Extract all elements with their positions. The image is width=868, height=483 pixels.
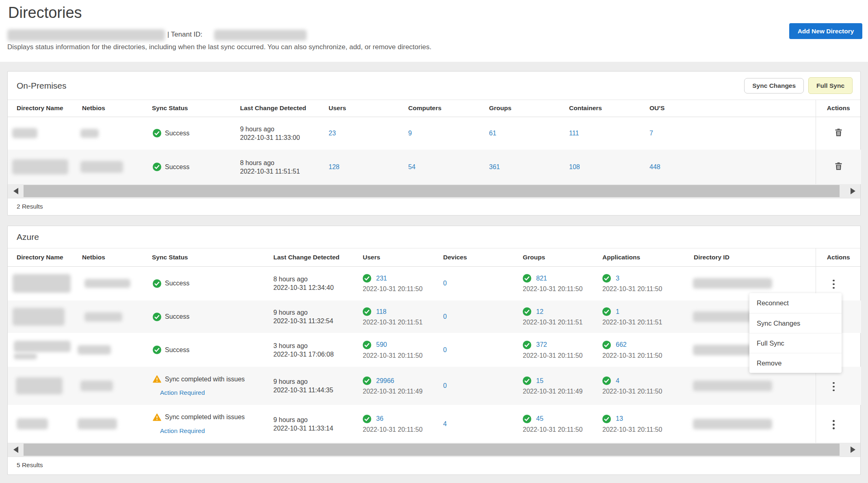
users-count-link[interactable]: 29966 [376,377,394,385]
devices-count-link[interactable]: 0 [443,346,447,353]
devices-count-link[interactable]: 0 [443,280,447,287]
last-change-detected: 9 hours ago2022-10-31 11:44:35 [273,377,363,394]
menu-item-full-sync[interactable]: Full Sync [749,333,842,353]
scrollbar-thumb[interactable] [24,185,840,197]
redacted-netbios [78,418,117,429]
applications-count-link[interactable]: 662 [616,341,627,348]
applications-count-link[interactable]: 13 [616,415,623,422]
row-actions-menu-button[interactable] [830,380,837,394]
success-icon [363,415,371,423]
sync-status: Sync completed with issues [152,413,273,421]
redacted-account-name [7,29,165,41]
groups-count-link[interactable]: 61 [489,130,496,137]
results-count: 5 Results [8,457,860,473]
computers-count-link[interactable]: 9 [408,130,412,137]
scrollbar-thumb[interactable] [24,444,840,456]
full-sync-button[interactable]: Full Sync [808,77,853,94]
groups-count-link[interactable]: 12 [536,308,543,315]
col-last-change: Last Change Detected [240,100,329,117]
redacted-tenant-id [214,30,307,41]
containers-count-link[interactable]: 108 [569,163,580,170]
redacted-directory-name [13,274,71,293]
table-row: Sync completed with issuesAction Require… [8,405,861,443]
redacted-directory-name [14,341,71,352]
horizontal-scrollbar[interactable] [8,184,860,198]
col-actions: Actions [816,248,861,266]
ous-count-link[interactable]: 7 [649,130,653,137]
scroll-left-icon[interactable] [13,446,18,453]
menu-item-reconnect[interactable]: Reconnect [749,293,842,313]
containers-count-link[interactable]: 111 [569,130,579,137]
azure-card: Azure Directory Name Netbios Sync Status… [7,226,861,475]
col-groups: Groups [489,100,569,117]
col-groups: Groups [523,248,602,266]
groups-count-link[interactable]: 45 [536,415,543,422]
col-netbios: Netbios [82,100,152,117]
users-count-link[interactable]: 23 [329,130,336,137]
success-icon [363,376,371,385]
success-icon [153,279,161,288]
sync-status: Success [152,346,273,354]
col-netbios: Netbios [82,248,152,266]
groups-count-link[interactable]: 361 [489,163,500,170]
col-devices: Devices [443,248,523,266]
users-count-link[interactable]: 36 [376,415,383,422]
success-icon [363,341,371,349]
redacted-directory-id [693,381,772,391]
redacted-directory-name [13,308,65,326]
on-premises-card: On-Premises Sync Changes Full Sync Direc… [7,71,861,215]
action-required-link[interactable]: Action Required [160,427,273,435]
col-sync-status: Sync Status [152,100,240,117]
users-count-link[interactable]: 118 [376,308,387,315]
last-change-detected: 9 hours ago2022-10-31 11:33:00 [240,125,329,142]
page-description: Displays status information for the dire… [7,43,431,51]
results-count: 2 Results [8,198,860,214]
devices-count-link[interactable]: 0 [443,313,447,320]
users-count-link[interactable]: 231 [376,275,387,282]
groups-count: 372 [523,341,602,349]
delete-directory-button[interactable] [833,161,844,173]
users-count: 590 [363,341,443,349]
computers-count-link[interactable]: 54 [408,163,416,170]
redacted-directory-name [16,377,63,394]
add-new-directory-button[interactable]: Add New Directory [789,23,862,39]
horizontal-scrollbar[interactable] [8,443,860,457]
table-row: Sync completed with issuesAction Require… [8,367,861,405]
col-directory-name: Directory Name [8,248,82,266]
redacted-directory-id [693,419,772,429]
devices-count-link[interactable]: 4 [443,420,447,427]
delete-directory-button[interactable] [833,127,844,139]
sync-status: Success [152,313,273,321]
action-required-link[interactable]: Action Required [160,389,273,396]
row-actions-menu-button[interactable] [830,418,837,432]
sync-changes-button[interactable]: Sync Changes [744,78,804,94]
groups-count-link[interactable]: 372 [536,341,547,348]
success-icon [363,307,371,316]
users-count-link[interactable]: 128 [329,163,340,170]
menu-item-remove[interactable]: Remove [749,353,842,373]
scroll-left-icon[interactable] [13,188,18,194]
redacted-directory-name [17,418,48,429]
devices-count-link[interactable]: 0 [443,382,447,389]
scroll-right-icon[interactable] [851,188,855,194]
users-count-link[interactable]: 590 [376,341,387,348]
table-row: Success 9 hours ago2022-10-31 11:32:54 1… [8,300,861,333]
azure-table: Directory Name Netbios Sync Status Last … [8,248,861,443]
applications-count-link[interactable]: 4 [616,377,619,385]
trash-icon [835,128,842,137]
groups-count-link[interactable]: 821 [536,275,547,282]
trash-icon [835,162,842,170]
users-count: 231 [363,274,443,283]
success-icon [602,307,611,316]
col-directory-name: Directory Name [8,100,82,117]
last-change-detected: 9 hours ago2022-10-31 11:33:14 [273,416,363,433]
menu-item-sync-changes[interactable]: Sync Changes [749,313,842,333]
ous-count-link[interactable]: 448 [649,163,660,170]
groups-count-link[interactable]: 15 [536,377,543,385]
redacted-netbios [80,161,123,173]
row-actions-menu-button[interactable] [830,277,837,292]
scroll-right-icon[interactable] [851,446,855,453]
applications-count-link[interactable]: 1 [616,308,619,315]
applications-count-link[interactable]: 3 [616,275,619,282]
applications-count: 3 [602,274,694,283]
